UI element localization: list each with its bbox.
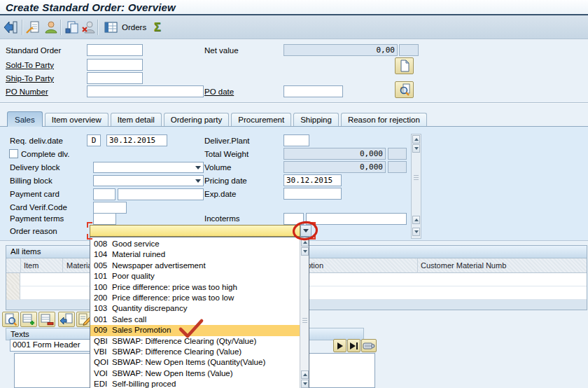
pricing-date-label: Pricing date xyxy=(204,176,247,185)
tab[interactable]: Ordering party xyxy=(164,113,230,126)
exit-icon xyxy=(4,20,19,35)
order-reason-combo[interactable] xyxy=(90,225,300,237)
dropdown-item[interactable]: 005Newspaper advertisement xyxy=(90,261,300,271)
dropdown-item[interactable]: VBISBWAP: Difference Clearing (Value) xyxy=(90,347,300,357)
texts-title: Texts xyxy=(10,330,29,338)
row-select-cell[interactable] xyxy=(6,286,20,300)
dropdown-item[interactable]: QOISBWAP: New Open Items (Quantity(Value… xyxy=(90,357,300,368)
item-details-button[interactable] xyxy=(2,312,19,327)
po-date-label[interactable]: PO date xyxy=(204,88,234,96)
scroll-up-button[interactable] xyxy=(412,135,420,144)
po-number-input[interactable] xyxy=(87,85,204,97)
dropdown-item[interactable]: QBISBWAP: Difference Clearing (Qty/Value… xyxy=(90,336,300,347)
dropdown-item[interactable]: 008Good service xyxy=(90,239,300,249)
dropdown-item[interactable]: 200Price difference: price was too low xyxy=(90,293,300,303)
ship-to-party-input[interactable] xyxy=(87,72,143,84)
card-verif-code-input[interactable] xyxy=(93,202,127,214)
dropdown-item[interactable]: 104Material ruined xyxy=(90,249,300,260)
total-weight-label: Total Weight xyxy=(204,150,248,158)
order-reason-dropdown-button[interactable] xyxy=(300,225,312,237)
po-number-label[interactable]: PO Number xyxy=(6,88,48,96)
standard-order-input[interactable] xyxy=(87,44,143,56)
details-icon xyxy=(4,312,18,326)
order-reason-dropdown-list: 008Good service104Material ruined005News… xyxy=(90,237,309,388)
sold-to-party-label[interactable]: Sold-To Party xyxy=(6,61,54,69)
sold-to-party-input[interactable] xyxy=(87,59,143,71)
scroll-down-button[interactable] xyxy=(412,144,420,153)
next-text-button[interactable] xyxy=(333,339,346,352)
toolbar-separator xyxy=(60,20,61,35)
incoterms-input[interactable] xyxy=(284,213,304,225)
search-icon xyxy=(398,83,412,97)
dropdown-item[interactable]: VOISBWAP: New Open Items (Value) xyxy=(90,368,300,379)
incoterms-detail-input[interactable] xyxy=(306,213,407,225)
deliver-plant-input[interactable] xyxy=(284,134,309,146)
net-value-label: Net value xyxy=(204,46,239,55)
copy-from-button[interactable] xyxy=(58,312,75,327)
documents-icon xyxy=(64,20,80,35)
orders-button[interactable]: Orders xyxy=(101,19,149,36)
row-select-cell[interactable] xyxy=(6,273,20,286)
payment-card-number-input[interactable] xyxy=(118,188,204,200)
person-icon xyxy=(43,20,59,35)
scrollbar-grip[interactable] xyxy=(302,318,307,324)
scroll-down-button[interactable] xyxy=(301,247,309,256)
billing-block-combo[interactable] xyxy=(93,175,204,186)
complete-dlv-checkbox[interactable] xyxy=(9,149,18,158)
dropdown-item[interactable]: 101Poor quality xyxy=(90,271,300,282)
exp-date-label: Exp.date xyxy=(204,190,236,198)
all-items-title: All items xyxy=(10,247,41,256)
tab[interactable]: Item detail xyxy=(111,113,162,126)
dropdown-item[interactable]: 103Quantity discrepancy xyxy=(90,303,300,314)
orders-table-icon xyxy=(104,20,119,35)
scrollbar-grip[interactable] xyxy=(414,175,419,181)
exp-date-input[interactable] xyxy=(284,188,342,200)
column-header-item: Item xyxy=(24,261,38,270)
sum-button[interactable]: Σ xyxy=(150,20,165,35)
scroll-paper-icon xyxy=(363,340,375,352)
date-type-input[interactable] xyxy=(87,134,101,146)
scroll-up-button[interactable] xyxy=(301,370,309,379)
text-editor-button[interactable] xyxy=(361,339,377,352)
reject-document-button[interactable] xyxy=(81,20,97,35)
payment-card-type-input[interactable] xyxy=(93,188,115,200)
tab[interactable]: Item overview xyxy=(45,113,108,126)
display-document-button[interactable] xyxy=(25,20,41,35)
dropdown-item[interactable]: EDISelf-billing proced xyxy=(90,379,300,388)
panel-scrollbar[interactable] xyxy=(411,134,421,239)
dropdown-item[interactable]: 100Price difference: price was too high xyxy=(90,282,300,293)
scroll-down-button[interactable] xyxy=(301,380,309,388)
card-verif-code-label: Card Verif.Code xyxy=(10,203,67,212)
scroll-up-button[interactable] xyxy=(412,216,420,224)
create-document-button[interactable] xyxy=(395,57,414,74)
display-customer-button[interactable] xyxy=(43,20,59,35)
scroll-down-button[interactable] xyxy=(412,228,420,236)
last-text-button[interactable] xyxy=(347,339,360,352)
insert-item-button[interactable] xyxy=(20,312,37,327)
tab[interactable]: Shipping xyxy=(293,113,339,126)
po-date-input[interactable] xyxy=(284,85,343,97)
ship-to-party-label[interactable]: Ship-To Party xyxy=(6,74,54,83)
dropdown-scrollbar[interactable] xyxy=(300,237,309,388)
delete-item-button[interactable] xyxy=(38,312,55,327)
search-partner-button[interactable] xyxy=(395,81,414,98)
tab[interactable]: Reason for rejection xyxy=(341,113,427,126)
req-deliv-date-input[interactable] xyxy=(106,134,167,146)
section-divider xyxy=(0,102,588,104)
chevron-down-icon xyxy=(195,179,201,183)
document-flow-button[interactable] xyxy=(64,20,80,35)
tab[interactable]: Procurement xyxy=(231,113,291,126)
complete-dlv-label: Complete dlv. xyxy=(21,150,69,158)
volume-label: Volume xyxy=(204,163,231,172)
toolbar-separator xyxy=(97,20,98,35)
payment-terms-input[interactable] xyxy=(93,213,116,225)
toolbar-separator xyxy=(22,20,22,35)
tab[interactable]: Sales xyxy=(7,111,43,127)
scroll-up-button[interactable] xyxy=(301,238,309,247)
delivery-block-combo[interactable] xyxy=(93,162,204,173)
dropdown-item[interactable]: 009Sales Promotion xyxy=(90,325,300,335)
exit-button[interactable] xyxy=(4,20,19,35)
volume-unit-field xyxy=(388,161,407,173)
pricing-date-input[interactable] xyxy=(284,174,342,186)
dropdown-item[interactable]: 001Sales call xyxy=(90,314,300,325)
